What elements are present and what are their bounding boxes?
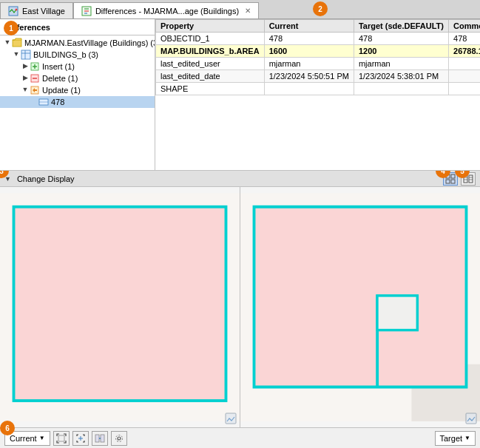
tree-item-delete[interactable]: Delete (1): [0, 72, 155, 84]
badge-6: 6: [0, 421, 15, 435]
svg-rect-6: [13, 40, 21, 47]
update-icon: [30, 85, 40, 95]
cell-target: mjarman: [354, 58, 448, 70]
cell-current: 1600: [264, 45, 354, 58]
settings-button[interactable]: [111, 431, 127, 446]
col-property: Property: [156, 20, 265, 33]
cell-ancestor: [449, 70, 480, 83]
expand-icon-delete: [21, 74, 30, 83]
svg-rect-30: [226, 413, 236, 424]
table-row-highlighted[interactable]: MAP.BUILDINGS_b.AREA 1600 1200 26788.107…: [156, 45, 481, 58]
svg-rect-20: [446, 180, 450, 183]
tab-bar: East Village Differences - MJARMA...age …: [0, 0, 480, 19]
svg-rect-29: [14, 207, 226, 401]
cell-ancestor: [449, 83, 480, 95]
cell-ancestor: 26788.10784: [449, 45, 480, 58]
table-row[interactable]: OBJECTID_1 478 478 478: [156, 33, 481, 45]
sync-icon: [95, 433, 105, 444]
content-row: 1 Differences MJARMAN.EastVillage (Build…: [0, 19, 480, 171]
svg-rect-33: [377, 296, 417, 330]
tree-item-update[interactable]: Update (1): [0, 84, 155, 96]
cell-current: mjarman: [264, 58, 354, 70]
expand-icon-insert: [21, 62, 30, 71]
map-svg-current: [0, 187, 240, 427]
tree-item-root[interactable]: MJARMAN.EastVillage (Buildings) (3): [0, 37, 155, 49]
cell-target: 1200: [354, 45, 448, 58]
bottom-section: 3 ▼ Change Display 4 5: [0, 171, 480, 448]
col-ancestor: Common Ancestor: [449, 20, 480, 33]
delete-label: Delete (1): [42, 74, 78, 83]
expand-icon-buildings: [12, 50, 21, 59]
tree-container[interactable]: MJARMAN.EastVillage (Buildings) (3) BUIL…: [0, 35, 155, 170]
map-row: [0, 187, 480, 427]
change-display-header: 3 ▼ Change Display 4 5: [0, 171, 480, 187]
svg-rect-39: [101, 435, 104, 442]
target-dropdown[interactable]: Target ▼: [435, 431, 476, 446]
item-478-label: 478: [51, 98, 64, 106]
root-icon: [12, 38, 22, 48]
target-dropdown-label: Target: [440, 434, 463, 443]
col-target: Target (sde.DEFAULT): [354, 20, 448, 33]
delete-icon: [30, 73, 40, 84]
tab-east-village-label: East Village: [22, 7, 65, 16]
cell-target: 478: [354, 33, 448, 45]
svg-rect-23: [469, 175, 473, 183]
svg-rect-7: [21, 50, 30, 59]
cell-current: 1/23/2024 5:50:51 PM: [264, 70, 354, 83]
svg-rect-38: [95, 435, 99, 442]
svg-rect-35: [58, 435, 64, 441]
badge-1: 1: [4, 21, 18, 35]
bottom-toolbar: 6 Current ▼: [0, 427, 480, 448]
tab-east-village[interactable]: East Village: [0, 2, 73, 18]
change-display-label: Change Display: [17, 174, 75, 183]
table-row[interactable]: last_edited_user mjarman mjarman: [156, 58, 481, 70]
insert-label: Insert (1): [42, 62, 75, 71]
map-nav-icon-target: [465, 413, 477, 424]
panel-header: Differences: [0, 19, 155, 35]
map-nav-icon-current: [225, 413, 237, 424]
zoom-full-extent-button[interactable]: [53, 431, 70, 446]
sync-views-button[interactable]: [92, 431, 108, 446]
cell-property: last_edited_user: [156, 58, 265, 70]
leaf-icon-478: [30, 98, 38, 106]
cell-property: last_edited_date: [156, 70, 265, 83]
cell-ancestor: [449, 58, 480, 70]
tree-item-insert[interactable]: Insert (1): [0, 61, 155, 72]
expand-icon-update: [21, 86, 30, 95]
svg-point-1: [16, 8, 18, 10]
svg-rect-21: [451, 180, 455, 183]
tree-item-buildings[interactable]: BUILDINGS_b (3): [0, 49, 155, 61]
cell-current: 478: [264, 33, 354, 45]
cell-property: OBJECTID_1: [156, 33, 265, 45]
gear-icon: [114, 433, 124, 444]
table-row[interactable]: last_edited_date 1/23/2024 5:50:51 PM 1/…: [156, 70, 481, 83]
table-row-shape[interactable]: SHAPE: [156, 83, 481, 95]
right-panel: Property Current Target (sde.DEFAULT) Co…: [155, 19, 480, 170]
svg-point-41: [118, 437, 121, 440]
col-current: Current: [264, 20, 354, 33]
properties-table: Property Current Target (sde.DEFAULT) Co…: [155, 19, 480, 95]
tree-item-478[interactable]: 478: [0, 96, 155, 108]
app-window: East Village Differences - MJARMA...age …: [0, 0, 480, 448]
cell-ancestor: 478: [449, 33, 480, 45]
tab-differences[interactable]: Differences - MJARMA...age (Buildings) ✕: [73, 2, 259, 18]
svg-rect-19: [451, 174, 455, 178]
svg-rect-34: [466, 413, 476, 424]
cell-property: SHAPE: [156, 83, 265, 95]
map-panel-current[interactable]: [0, 187, 240, 427]
current-dropdown-label: Current: [10, 434, 37, 443]
zoom-selection-icon: [75, 433, 86, 444]
target-dropdown-arrow: ▼: [464, 435, 470, 441]
current-dropdown-arrow: ▼: [39, 435, 45, 441]
badge-2: 2: [313, 1, 328, 16]
tab-close-icon[interactable]: ✕: [245, 7, 251, 15]
zoom-to-selection-button[interactable]: [72, 431, 89, 446]
map-panel-target[interactable]: [240, 187, 480, 427]
map-svg-target: [240, 187, 480, 427]
cell-target: 1/23/2024 5:38:01 PM: [354, 70, 448, 83]
cell-current: [264, 83, 354, 95]
left-panel: 1 Differences MJARMAN.EastVillage (Build…: [0, 19, 155, 170]
map-tab-icon: [8, 6, 18, 16]
expand-icon-root: [3, 38, 12, 47]
tab-differences-label: Differences - MJARMA...age (Buildings): [95, 7, 239, 16]
